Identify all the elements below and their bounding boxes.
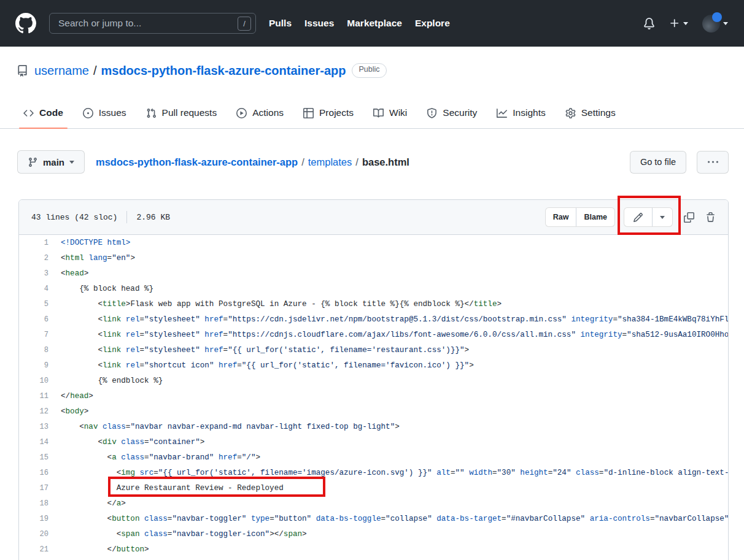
line-number[interactable]: 20 — [19, 527, 48, 542]
repo-title-row: username / msdocs-python-flask-azure-con… — [0, 47, 744, 79]
chevron-down-icon — [723, 22, 728, 25]
code-line-content: </a> — [48, 496, 126, 512]
edit-dropdown-button[interactable] — [652, 208, 672, 226]
play-icon — [236, 108, 247, 118]
code-line-7: 7 <link rel="stylesheet" href="https://c… — [19, 328, 728, 343]
header-nav-pulls[interactable]: Pulls — [269, 18, 292, 29]
create-new-button[interactable] — [669, 18, 688, 29]
file-header-bar: 43 lines (42 sloc) 2.96 KB Raw Blame — [19, 200, 728, 235]
edit-button-group — [624, 207, 673, 227]
code-line-17: 17 Azure Restaurant Review - Redeployed — [19, 481, 728, 496]
repo-owner-link[interactable]: username — [34, 64, 89, 78]
code-line-11: 11</head> — [19, 389, 728, 404]
repo-name-link[interactable]: msdocs-python-flask-azure-container-app — [101, 64, 346, 78]
file-nav-row: main msdocs-python-flask-azure-container… — [0, 150, 744, 174]
code-line-19: 19 <button class="navbar-toggler" type="… — [19, 512, 728, 527]
branch-name: main — [43, 157, 64, 167]
code-line-1: 1<!DOCTYPE html> — [19, 236, 728, 251]
go-to-file-button[interactable]: Go to file — [630, 151, 686, 174]
github-header: / PullsIssuesMarketplaceExplore — [0, 0, 744, 47]
breadcrumb-link[interactable]: msdocs-python-flask-azure-container-app — [96, 156, 298, 167]
code-line-15: 15 <a class="navbar-brand" href="/"> — [19, 450, 728, 466]
tab-pull-requests[interactable]: Pull requests — [136, 99, 227, 128]
line-number[interactable]: 15 — [19, 450, 48, 466]
line-number[interactable]: 13 — [19, 420, 48, 435]
line-number[interactable]: 16 — [19, 466, 48, 481]
code-line-5: 5 <title>Flask web app with PostgreSQL i… — [19, 297, 728, 312]
breadcrumb-link[interactable]: templates — [308, 156, 352, 167]
github-logo-icon[interactable] — [15, 13, 36, 34]
code-line-content: <body> — [48, 404, 88, 420]
branch-selector[interactable]: main — [17, 150, 85, 174]
edit-file-button[interactable] — [624, 208, 652, 226]
tab-label: Insights — [513, 107, 545, 118]
delete-file-button[interactable] — [705, 212, 716, 223]
file-size: 2.96 KB — [136, 213, 170, 222]
tab-projects[interactable]: Projects — [293, 99, 363, 128]
line-number[interactable]: 14 — [19, 435, 48, 450]
code-line-content: <link rel="stylesheet" href="https://cdn… — [48, 328, 728, 343]
line-number[interactable]: 19 — [19, 512, 48, 527]
tab-label: Issues — [99, 107, 126, 118]
line-number[interactable]: 4 — [19, 282, 48, 297]
header-nav-explore[interactable]: Explore — [415, 18, 450, 29]
header-right — [643, 15, 728, 33]
line-number[interactable]: 17 — [19, 481, 48, 496]
code-line-content: {% block head %} — [48, 282, 153, 297]
line-number[interactable]: 3 — [19, 266, 48, 282]
line-number[interactable]: 9 — [19, 358, 48, 374]
avatar-status-dot — [712, 12, 722, 22]
line-number[interactable]: 6 — [19, 312, 48, 328]
breadcrumb-separator: / — [355, 156, 358, 167]
chevron-down-icon — [69, 161, 74, 164]
line-number[interactable]: 12 — [19, 404, 48, 420]
tab-wiki[interactable]: Wiki — [363, 99, 417, 128]
raw-button[interactable]: Raw — [546, 208, 576, 226]
file-info: 43 lines (42 sloc) 2.96 KB — [31, 211, 170, 223]
breadcrumb-separator: / — [301, 156, 304, 167]
line-number[interactable]: 11 — [19, 389, 48, 404]
tab-security[interactable]: Security — [417, 99, 487, 128]
code-line-content: </button> — [48, 542, 149, 558]
tab-label: Wiki — [389, 107, 407, 118]
code-line-6: 6 <link rel="stylesheet" href="https://c… — [19, 312, 728, 328]
header-nav-marketplace[interactable]: Marketplace — [347, 18, 402, 29]
more-options-button[interactable] — [697, 151, 729, 174]
tab-label: Code — [39, 107, 63, 118]
line-number[interactable]: 21 — [19, 542, 48, 558]
tab-label: Security — [443, 107, 477, 118]
line-number[interactable]: 2 — [19, 251, 48, 266]
code-view: 1<!DOCTYPE html>2<html lang="en">3<head>… — [19, 235, 728, 558]
line-number[interactable]: 5 — [19, 297, 48, 312]
search-input[interactable] — [57, 17, 238, 29]
git-branch-icon — [28, 157, 38, 167]
blame-button[interactable]: Blame — [576, 208, 614, 226]
code-line-3: 3<head> — [19, 266, 728, 282]
code-line-content: </head> — [48, 389, 93, 404]
tab-settings[interactable]: Settings — [556, 99, 626, 128]
user-menu-button[interactable] — [702, 15, 728, 33]
tab-insights[interactable]: Insights — [487, 99, 555, 128]
line-number[interactable]: 8 — [19, 343, 48, 358]
table-icon — [303, 108, 314, 118]
breadcrumb-current-file: base.html — [362, 156, 409, 167]
line-number[interactable]: 1 — [19, 236, 48, 251]
bell-icon[interactable] — [643, 18, 655, 29]
book-icon — [373, 108, 384, 118]
graph-icon — [497, 108, 507, 118]
tab-actions[interactable]: Actions — [227, 99, 293, 128]
code-line-9: 9 <link rel="shortcut icon" href="{{ url… — [19, 358, 728, 374]
tab-code[interactable]: Code — [14, 99, 73, 128]
plus-icon — [669, 18, 680, 29]
copy-icon — [684, 212, 694, 223]
line-number[interactable]: 10 — [19, 374, 48, 389]
line-number[interactable]: 7 — [19, 328, 48, 343]
code-line-content: <img src="{{ url_for('static', filename=… — [48, 466, 728, 481]
code-line-12: 12<body> — [19, 404, 728, 420]
tab-issues[interactable]: Issues — [73, 99, 136, 128]
copy-file-button[interactable] — [684, 212, 694, 223]
code-line-content: <div class="container"> — [48, 435, 204, 450]
line-number[interactable]: 18 — [19, 496, 48, 512]
trash-icon — [705, 212, 716, 223]
header-nav-issues[interactable]: Issues — [304, 18, 334, 29]
